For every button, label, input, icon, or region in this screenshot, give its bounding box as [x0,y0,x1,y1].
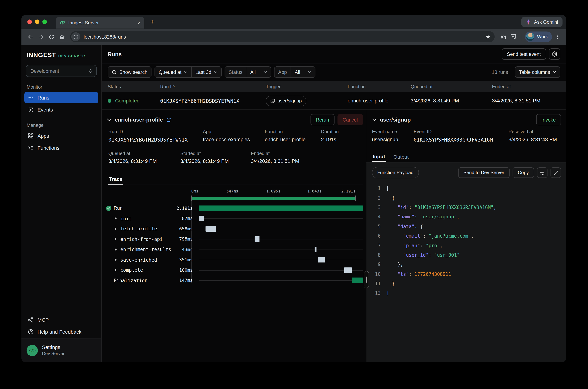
expand-arrow-icon[interactable] [114,227,118,230]
sidebar-item-functions[interactable]: Functions [24,142,98,154]
reload-icon[interactable] [46,32,57,42]
send-to-dev-server-button[interactable]: Send to Dev Server [458,167,510,178]
sidebar-item-runs[interactable]: Runs [24,92,98,103]
run-table-row[interactable]: Completed 01KJXSYPZYB6TH2DSDSYETWN1X use… [102,92,566,110]
settings-title: Settings [42,344,64,350]
minimize-window-button[interactable] [35,19,39,24]
tab-search-icon[interactable] [508,32,519,42]
expand-arrow-icon[interactable] [114,248,118,251]
trace-row-step[interactable]: init 87ms [106,213,363,224]
trace-row-step[interactable]: enrich-from-api 798ms [106,234,363,244]
url-text[interactable]: localhost:8288/runs [84,34,126,40]
sidebar-section-manage: Manage [27,123,96,128]
chevron-down-icon[interactable] [107,118,112,121]
inngest-app: INNGEST DEV SERVER Development Monitor [22,45,566,362]
column-header[interactable]: Trigger [266,84,348,89]
code-line: 2 { [367,193,566,202]
column-header[interactable]: Run ID [160,84,266,89]
queued-at-filter[interactable]: Queued at Last 3d [154,66,221,78]
bookmark-star-icon[interactable] [485,34,491,40]
copy-button[interactable]: Copy [513,167,534,178]
expand-arrow-icon[interactable] [114,238,118,241]
trace-row-step[interactable]: complete 100ms [106,265,363,275]
sidebar-item-label: Functions [37,145,59,151]
sidebar-item-label: Events [37,107,53,112]
inngest-favicon-icon [60,20,65,26]
url-bar[interactable]: localhost:8288/runs [70,31,495,42]
gemini-star-icon [526,19,531,25]
run-id-value: 01KJXSYPZYB6TH2DSDSYETWN1X [108,137,188,143]
home-icon[interactable] [57,32,67,42]
word-wrap-button[interactable] [537,167,548,178]
run-id-cell: 01KJXSYPZYB6TH2DSDSYETWN1X [160,98,266,104]
event-id-label: Event ID [414,129,493,134]
expand-arrow-icon[interactable] [114,258,118,261]
close-tab-icon[interactable]: × [138,20,141,25]
ended-at-label: Ended at [251,151,299,156]
app-filter[interactable]: App All [274,66,316,78]
chevron-down-icon [214,71,217,73]
profile-button[interactable]: Work [525,32,552,42]
cancel-button[interactable]: Cancel [337,114,363,125]
show-search-button[interactable]: Show search [108,66,152,78]
received-at-label: Received at [508,129,557,134]
settings-subtitle: Dev Server [42,351,64,356]
invoke-button[interactable]: Invoke [536,114,561,125]
external-link-icon[interactable] [166,117,171,122]
expand-button[interactable] [551,167,561,178]
trace-row-step[interactable]: fetch-profile 658ms [106,224,363,234]
settings-item[interactable]: </> Settings Dev Server [22,338,101,362]
kebab-menu-icon[interactable] [552,32,562,42]
forward-arrow-icon[interactable] [36,32,46,42]
zoom-window-button[interactable] [42,19,47,24]
timeline-axis: 0ms 547ms 1.095s 1.643s 2.191s [191,189,355,194]
chevron-down-icon[interactable] [372,118,377,121]
queued-at-label: Queued at [108,151,157,156]
profile-label: Work [537,34,548,39]
tab-output[interactable]: Output [393,152,409,162]
tab-trace[interactable]: Trace [108,174,123,185]
rerun-button[interactable]: Rerun [311,114,334,125]
expand-arrow-icon[interactable] [114,268,118,272]
table-columns-button[interactable]: Table columns [515,66,560,78]
new-tab-button[interactable]: + [150,18,154,26]
trace-row-finalization[interactable]: Finalization 147ms [106,275,363,286]
run-id-label: Run ID [108,129,188,134]
environment-select[interactable]: Development [26,65,97,77]
browser-tabstrip: Inngest Server × + Ask Gemini [22,15,566,29]
column-header[interactable]: Queued at [411,84,492,89]
payload-code[interactable]: 1[2 {3 "id": "01KJXSYPSFHBXX03GRJFV3A16M… [366,181,566,298]
logo-row: INNGEST DEV SERVER [22,45,101,59]
extensions-puzzle-icon[interactable] [498,32,508,42]
sidebar-item-events[interactable]: Events [24,104,98,115]
trace-row-step[interactable]: save-enriched 351ms [106,255,363,265]
settings-gear-button[interactable] [549,48,560,60]
column-header[interactable]: Function [348,84,411,89]
column-header[interactable]: Ended at [492,84,560,89]
ask-gemini-button[interactable]: Ask Gemini [521,17,562,27]
browser-tab[interactable]: Inngest Server × [56,17,144,29]
code-line: 6 "email": "jane@acme.com", [367,231,566,241]
sidebar-item-apps[interactable]: Apps [24,130,98,142]
site-info-icon[interactable] [71,32,80,41]
tab-input[interactable]: Input [372,152,386,162]
column-header[interactable]: Status [108,84,160,89]
status-filter[interactable]: Status All [224,66,271,78]
timeline-minimap[interactable] [191,197,355,200]
trace-row-step[interactable]: enrichment-results 43ms [106,244,363,255]
trace-row-run[interactable]: Run 2.191s [106,203,363,213]
back-arrow-icon[interactable] [25,32,36,42]
app-link[interactable]: trace-docs-examples [203,137,250,142]
code-line: 11 } [367,279,566,288]
sidebar-item-help[interactable]: Help and Feedback [24,326,98,337]
function-link[interactable]: enrich-user-profile [265,137,305,142]
expand-arrow-icon[interactable] [114,217,118,220]
send-test-event-button[interactable]: Send test event [502,48,546,60]
chevron-down-icon [264,71,267,73]
code-line: 4 "name": "user/signup", [367,212,566,222]
panel-resize-handle[interactable] [364,271,369,288]
status-label: Completed [115,98,140,103]
close-window-button[interactable] [28,19,32,24]
sidebar-item-mcp[interactable]: MCP [24,314,98,325]
trigger-pill[interactable]: user/signup [266,96,306,106]
